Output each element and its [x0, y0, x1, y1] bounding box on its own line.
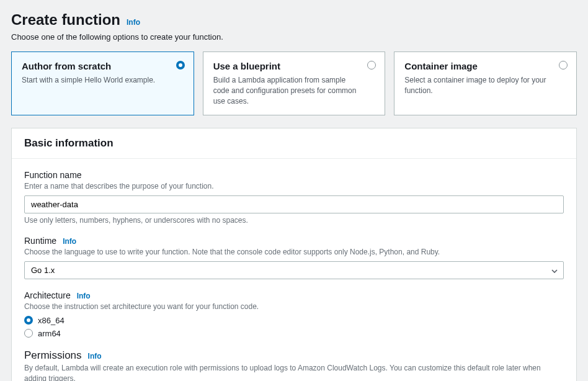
- function-name-label: Function name: [24, 170, 82, 180]
- basic-information-panel: Basic information Function name Enter a …: [11, 128, 577, 381]
- runtime-help: Choose the language to use to write your…: [24, 247, 564, 258]
- option-container-image[interactable]: Container image Select a container image…: [394, 52, 577, 115]
- option-use-blueprint[interactable]: Use a blueprint Build a Lambda applicati…: [203, 52, 386, 115]
- function-name-field: Function name Enter a name that describe…: [24, 170, 564, 225]
- option-author-from-scratch[interactable]: Author from scratch Start with a simple …: [11, 52, 194, 115]
- function-name-input[interactable]: [24, 195, 564, 213]
- arch-option-label: x86_64: [38, 316, 65, 325]
- permissions-label: Permissions: [24, 349, 82, 362]
- arch-option-arm64[interactable]: arm64: [24, 329, 564, 338]
- permissions-field: Permissions Info By default, Lambda will…: [24, 349, 564, 381]
- page-title: Create function: [11, 11, 120, 29]
- page-subtitle: Choose one of the following options to c…: [11, 32, 577, 42]
- permissions-help: By default, Lambda will create an execut…: [24, 363, 564, 381]
- arch-option-x86-64[interactable]: x86_64: [24, 316, 564, 325]
- architecture-field: Architecture Info Choose the instruction…: [24, 290, 564, 338]
- option-title: Container image: [404, 61, 566, 71]
- page-info-link[interactable]: Info: [127, 18, 140, 27]
- runtime-field: Runtime Info Choose the language to use …: [24, 236, 564, 279]
- radio-icon: [24, 316, 33, 325]
- panel-header: Basic information: [12, 128, 576, 159]
- radio-icon: [559, 61, 568, 69]
- runtime-select[interactable]: Go 1.x: [24, 261, 564, 279]
- architecture-help: Choose the instruction set architecture …: [24, 302, 564, 312]
- permissions-info-link[interactable]: Info: [88, 352, 102, 361]
- arch-option-label: arm64: [38, 329, 61, 338]
- function-name-help: Enter a name that describes the purpose …: [24, 181, 564, 192]
- runtime-label: Runtime: [24, 236, 56, 246]
- creation-options: Author from scratch Start with a simple …: [11, 52, 577, 115]
- option-title: Use a blueprint: [213, 61, 375, 71]
- option-desc: Build a Lambda application from sample c…: [213, 75, 375, 106]
- function-name-hint: Use only letters, numbers, hyphens, or u…: [24, 216, 564, 225]
- option-title: Author from scratch: [22, 61, 184, 71]
- option-desc: Select a container image to deploy for y…: [404, 75, 566, 96]
- radio-icon: [24, 329, 33, 338]
- architecture-label: Architecture: [24, 290, 71, 300]
- radio-icon: [176, 61, 185, 69]
- option-desc: Start with a simple Hello World example.: [22, 75, 184, 86]
- architecture-info-link[interactable]: Info: [77, 292, 91, 300]
- basic-info-heading: Basic information: [24, 137, 564, 150]
- runtime-info-link[interactable]: Info: [63, 237, 76, 246]
